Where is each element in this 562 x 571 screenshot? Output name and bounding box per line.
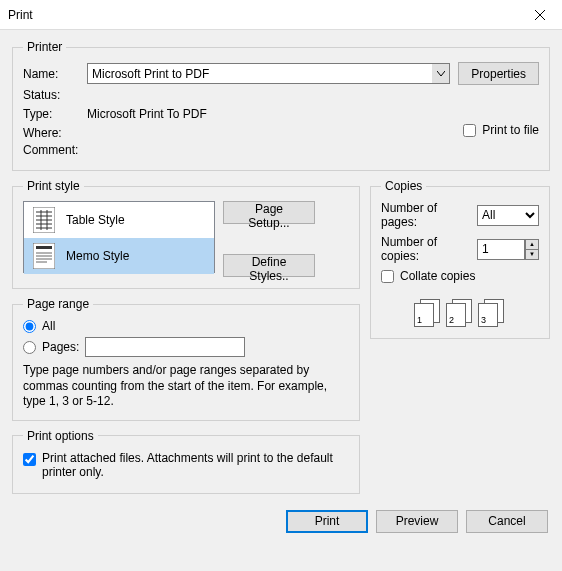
printer-name-combo[interactable]: Microsoft Print to PDF <box>87 63 450 84</box>
collate-checkbox[interactable] <box>381 270 394 283</box>
comment-label: Comment: <box>23 143 87 157</box>
table-style-icon <box>32 206 56 234</box>
collate-check[interactable]: Collate copies <box>381 269 539 283</box>
titlebar: Print <box>0 0 562 30</box>
style-list[interactable]: Table Style Memo Style <box>23 201 215 273</box>
page-range-all-label: All <box>42 319 55 333</box>
style-item-table[interactable]: Table Style <box>24 202 214 238</box>
print-attached-checkbox[interactable] <box>23 453 36 466</box>
print-to-file-label: Print to file <box>482 123 539 137</box>
print-options-legend: Print options <box>23 429 98 443</box>
cancel-button[interactable]: Cancel <box>466 510 548 533</box>
spin-down-icon[interactable]: ▼ <box>525 249 539 260</box>
type-value: Microsoft Print To PDF <box>87 107 207 121</box>
num-copies-spinner[interactable]: ▲ ▼ <box>477 239 539 260</box>
page-range-pages-label: Pages: <box>42 340 79 354</box>
memo-style-icon <box>32 242 56 270</box>
page-range-group: Page range All Pages: Type page numbers … <box>12 297 360 421</box>
type-label: Type: <box>23 107 87 121</box>
close-button[interactable] <box>517 0 562 30</box>
where-label: Where: <box>23 126 87 140</box>
print-to-file-check[interactable]: Print to file <box>463 123 539 137</box>
num-copies-input[interactable] <box>477 239 525 260</box>
style-item-label: Table Style <box>66 213 125 227</box>
spin-up-icon[interactable]: ▲ <box>525 239 539 250</box>
print-attached-label: Print attached files. Attachments will p… <box>42 451 349 479</box>
print-options-group: Print options Print attached files. Atta… <box>12 429 360 494</box>
page-range-help: Type page numbers and/or page ranges sep… <box>23 363 349 410</box>
printer-legend: Printer <box>23 40 66 54</box>
collate-label: Collate copies <box>400 269 475 283</box>
print-style-group: Print style Table Style Memo Style <box>12 179 360 289</box>
window-title: Print <box>8 8 33 22</box>
num-pages-select[interactable]: All <box>477 205 539 226</box>
page-range-pages[interactable]: Pages: <box>23 337 349 357</box>
style-item-label: Memo Style <box>66 249 129 263</box>
name-label: Name: <box>23 67 87 81</box>
preview-button[interactable]: Preview <box>376 510 458 533</box>
page-setup-button[interactable]: Page Setup... <box>223 201 315 224</box>
printer-group: Printer Name: Microsoft Print to PDF Pro… <box>12 40 550 171</box>
print-to-file-checkbox[interactable] <box>463 124 476 137</box>
svg-rect-9 <box>36 246 52 249</box>
close-icon <box>535 10 545 20</box>
style-item-memo[interactable]: Memo Style <box>24 238 214 274</box>
print-button[interactable]: Print <box>286 510 368 533</box>
num-pages-label: Number of pages: <box>381 201 471 229</box>
print-style-legend: Print style <box>23 179 84 193</box>
collate-figure: 11 22 33 <box>381 299 539 327</box>
copies-group: Copies Number of pages: All Number of co… <box>370 179 550 339</box>
dialog-footer: Print Preview Cancel <box>12 510 550 533</box>
copies-legend: Copies <box>381 179 426 193</box>
page-range-all[interactable]: All <box>23 319 349 333</box>
properties-button[interactable]: Properties <box>458 62 539 85</box>
define-styles-button[interactable]: Define Styles.. <box>223 254 315 277</box>
page-range-pages-radio[interactable] <box>23 341 36 354</box>
page-range-pages-input[interactable] <box>85 337 245 357</box>
num-copies-label: Number of copies: <box>381 235 471 263</box>
page-range-all-radio[interactable] <box>23 320 36 333</box>
print-attached-check[interactable]: Print attached files. Attachments will p… <box>23 451 349 479</box>
page-range-legend: Page range <box>23 297 93 311</box>
status-label: Status: <box>23 88 87 102</box>
